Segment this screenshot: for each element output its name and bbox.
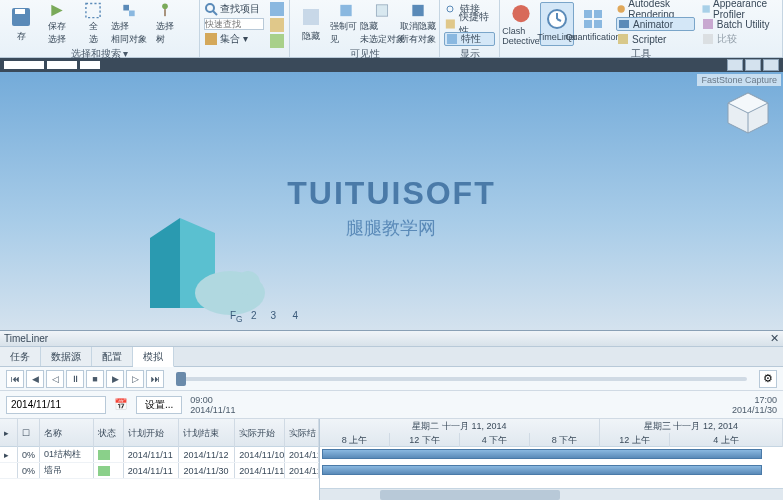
tab-simulate[interactable]: 模拟 (133, 347, 174, 367)
panel-tabs: 任务 数据源 配置 模拟 (0, 347, 783, 367)
selection-tree-button[interactable]: 选择 树 (148, 2, 182, 46)
step-back-button[interactable]: ◀ (26, 370, 44, 388)
reverse-button[interactable]: ◁ (46, 370, 64, 388)
viewport-toolbar (0, 58, 783, 72)
svg-rect-18 (447, 34, 457, 44)
svg-rect-12 (270, 34, 284, 48)
svg-rect-3 (123, 5, 129, 11)
gantt-chart[interactable]: 星期二 十一月 11, 2014 星期三 十一月 12, 2014 8 上午 1… (320, 419, 783, 500)
search-icon[interactable] (270, 18, 284, 32)
status-ok-icon (98, 466, 110, 476)
calendar-icon[interactable]: 📅 (114, 398, 128, 411)
playback-controls: ⏮ ◀ ◁ ⏸ ■ ▶ ▷ ⏭ ⚙ (0, 367, 783, 391)
col-planend[interactable]: 计划结束 (179, 419, 235, 447)
col-planstart[interactable]: 计划开始 (124, 419, 180, 447)
close-icon[interactable]: ✕ (770, 332, 779, 345)
find-icon[interactable] (270, 2, 284, 16)
svg-point-5 (162, 3, 168, 9)
compare-button[interactable]: 比较 (701, 32, 778, 46)
svg-rect-4 (129, 11, 135, 17)
appearance-profiler-button[interactable]: Appearance Profiler (701, 2, 778, 16)
svg-rect-29 (618, 34, 628, 44)
building-graphic (130, 198, 270, 318)
svg-line-8 (213, 11, 217, 15)
vp-min-icon[interactable] (727, 59, 743, 71)
find-items-button[interactable]: 查找项目 (204, 2, 264, 16)
clash-detective-button[interactable]: Clash Detective (504, 2, 538, 46)
hide-button[interactable]: 隐藏 (294, 2, 328, 46)
watermark: TUITUISOFT 腿腿教学网 (287, 175, 495, 240)
task-row[interactable]: 0% 墙吊 2014/11/11 2014/11/30 2014/11/11 2… (0, 463, 319, 479)
svg-rect-10 (270, 2, 284, 16)
svg-rect-26 (594, 20, 602, 28)
svg-marker-36 (150, 218, 180, 308)
tab-tasks[interactable]: 任务 (0, 347, 41, 366)
step-fwd-button[interactable]: ▷ (126, 370, 144, 388)
properties-button[interactable]: 特性 (444, 32, 495, 46)
scripter-button[interactable]: Scripter (616, 32, 695, 46)
3d-viewport[interactable]: FastStone Capture TUITUISOFT 腿腿教学网 FG 2 … (0, 58, 783, 330)
timeliner-panel: TimeLiner ✕ 任务 数据源 配置 模拟 ⏮ ◀ ◁ ⏸ ■ ▶ ▷ ⏭… (0, 330, 783, 500)
svg-rect-32 (703, 34, 713, 44)
col-pct[interactable]: ☐ (18, 419, 40, 447)
vp-close-icon[interactable] (763, 59, 779, 71)
svg-point-7 (206, 4, 214, 12)
svg-rect-23 (584, 10, 592, 18)
task-row[interactable]: ▸ 0% 01结构柱 2014/11/11 2014/11/12 2014/11… (0, 447, 319, 463)
quantification-button[interactable]: Quantification (576, 2, 610, 46)
svg-rect-2 (86, 3, 100, 17)
col-actend[interactable]: 实际结 (285, 419, 319, 447)
save-button[interactable]: 存 (4, 2, 38, 46)
col-expand[interactable]: ▸ (0, 419, 18, 447)
timeline-slider[interactable] (176, 377, 747, 381)
svg-point-19 (512, 5, 529, 22)
svg-point-27 (617, 5, 624, 12)
col-name[interactable]: 名称 (40, 419, 94, 447)
date-row: 📅 设置... 09:002014/11/11 17:002014/11/30 (0, 391, 783, 419)
sets-dropdown[interactable]: 集合 ▾ (204, 32, 264, 46)
view-cube[interactable] (723, 88, 773, 138)
svg-rect-15 (376, 5, 387, 16)
rendering-button[interactable]: Autodesk Rendering (616, 2, 695, 16)
save-selection-button[interactable]: 保存 选择 (40, 2, 74, 46)
svg-rect-6 (164, 9, 165, 16)
svg-rect-9 (205, 33, 217, 45)
rewind-button[interactable]: ⏮ (6, 370, 24, 388)
force-visible-button[interactable]: 强制可见 (330, 2, 364, 46)
svg-rect-25 (584, 20, 592, 28)
hide-unselected-button[interactable]: 隐藏 未选定对象 (365, 2, 399, 46)
play-button[interactable]: ▶ (106, 370, 124, 388)
svg-point-39 (236, 271, 260, 295)
settings-gear-button[interactable]: ⚙ (759, 370, 777, 388)
panel-header: TimeLiner ✕ (0, 331, 783, 347)
gantt-bar[interactable] (322, 465, 762, 475)
col-status[interactable]: 状态 (94, 419, 124, 447)
settings-button[interactable]: 设置... (136, 396, 182, 414)
svg-rect-1 (15, 9, 25, 14)
task-grid: ▸ ☐ 名称 状态 计划开始 计划结束 实际开始 实际结 ▸ 0% 01结构柱 … (0, 419, 320, 500)
quick-search-input[interactable] (204, 17, 264, 31)
select-same-button[interactable]: 选择 相同对象 (112, 2, 146, 46)
tab-datasources[interactable]: 数据源 (41, 347, 92, 366)
filter-icon[interactable] (270, 34, 284, 48)
select-all-button[interactable]: 全 选 (76, 2, 110, 46)
current-date-input[interactable] (6, 396, 106, 414)
col-actstart[interactable]: 实际开始 (235, 419, 285, 447)
ribbon: 存 保存 选择 全 选 选择 相同对象 选择 树 选择和搜索 ▾ 查找项目 集合… (0, 0, 783, 58)
batch-utility-button[interactable]: Batch Utility (701, 17, 778, 31)
svg-rect-14 (341, 5, 352, 16)
fast-fwd-button[interactable]: ⏭ (146, 370, 164, 388)
pause-button[interactable]: ⏸ (66, 370, 84, 388)
unhide-all-button[interactable]: 取消隐藏 所有对象 (401, 2, 435, 46)
svg-rect-16 (412, 5, 423, 16)
tab-configure[interactable]: 配置 (92, 347, 133, 366)
animator-button[interactable]: Animator (616, 17, 695, 31)
gantt-scrollbar[interactable] (320, 488, 783, 500)
svg-rect-17 (446, 19, 455, 28)
status-ok-icon (98, 450, 110, 460)
svg-rect-24 (594, 10, 602, 18)
gantt-bar[interactable] (322, 449, 762, 459)
stop-button[interactable]: ■ (86, 370, 104, 388)
quick-props-button[interactable]: 快捷特性 (444, 17, 495, 31)
vp-max-icon[interactable] (745, 59, 761, 71)
